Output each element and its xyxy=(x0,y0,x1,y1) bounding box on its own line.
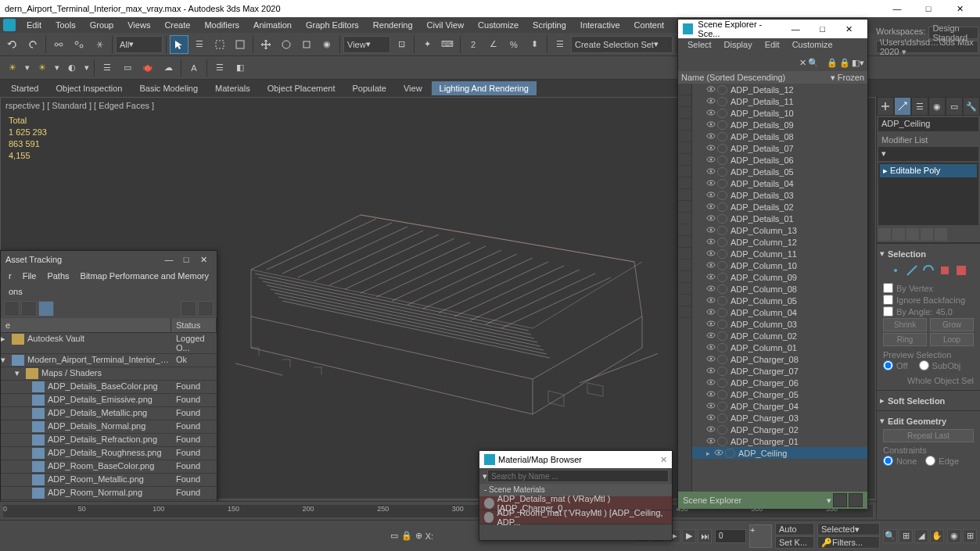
visibility-icon[interactable] xyxy=(706,320,716,329)
unlink-button[interactable] xyxy=(70,35,88,54)
scene-item[interactable]: ADP_Details_06 xyxy=(692,154,867,166)
scene-item[interactable]: ADP_Charger_04 xyxy=(692,400,867,412)
element-subobj-icon[interactable] xyxy=(954,263,968,277)
close-button[interactable]: ✕ xyxy=(836,24,863,34)
stack-item[interactable]: ▸ Editable Poly xyxy=(880,164,977,177)
table-row[interactable]: ▸ Autodesk Vault Logged O... xyxy=(1,333,217,354)
scene-item[interactable]: ADP_Details_07 xyxy=(692,142,867,154)
freeze-icon[interactable] xyxy=(717,331,727,341)
layer-mode-icon[interactable] xyxy=(833,493,847,507)
table-row[interactable]: ADP_Details_Emissive.pngFound xyxy=(1,394,217,407)
freeze-icon[interactable] xyxy=(717,367,727,376)
scene-item[interactable]: ADP_Charger_03 xyxy=(692,412,867,424)
render-in-cloud-button[interactable]: ☁ xyxy=(159,59,178,77)
maximize-viewport-button[interactable]: ⊞ xyxy=(963,529,977,543)
scene-item[interactable]: ADP_Details_08 xyxy=(692,131,867,142)
explorer-button[interactable]: ☰ xyxy=(210,59,229,77)
placement-button[interactable]: ◉ xyxy=(318,35,336,54)
time-config-button[interactable]: + xyxy=(749,524,772,548)
move-button[interactable] xyxy=(257,35,275,54)
table-row[interactable]: ADP_Details_BaseColor.pngFound xyxy=(1,381,217,394)
modifier-list-dropdown[interactable]: ▾ xyxy=(878,147,978,161)
selection-lock-icon[interactable]: ▭ xyxy=(390,531,398,541)
asset-titlebar[interactable]: Asset Tracking — □ ✕ xyxy=(1,251,217,268)
close-button[interactable]: ✕ xyxy=(944,0,975,17)
exposure-icon[interactable]: ◐ xyxy=(63,59,81,77)
polygon-subobj-icon[interactable] xyxy=(938,263,952,277)
visibility-icon[interactable] xyxy=(706,202,716,212)
freeze-icon[interactable] xyxy=(717,214,727,224)
minimize-button[interactable]: — xyxy=(782,24,809,34)
sp-sun-icon[interactable]: ☀ xyxy=(33,59,52,77)
menu-group[interactable]: Group xyxy=(84,19,120,31)
menu-item[interactable]: Select xyxy=(683,38,716,54)
visibility-icon[interactable] xyxy=(706,378,716,388)
unique-icon[interactable] xyxy=(906,228,919,241)
name-column[interactable]: e xyxy=(1,318,171,332)
filter-icon[interactable] xyxy=(678,236,691,248)
rotate-button[interactable] xyxy=(277,35,296,54)
scene-item[interactable]: ADP_Column_13 xyxy=(692,224,867,236)
freeze-icon[interactable] xyxy=(717,132,727,141)
orbit-button[interactable]: ◉ xyxy=(947,529,961,543)
visibility-icon[interactable] xyxy=(706,144,716,153)
preview-subobj-radio[interactable] xyxy=(919,360,929,370)
visibility-icon[interactable] xyxy=(706,296,716,306)
hierarchy-tab[interactable]: ☰ xyxy=(911,97,928,116)
render-arnold-button[interactable]: A xyxy=(185,59,203,77)
zoom-extents-button[interactable]: 🔍 xyxy=(883,529,897,543)
scene-item[interactable]: ADP_Column_12 xyxy=(692,236,867,248)
filter-icon[interactable] xyxy=(678,142,691,154)
settings-icon[interactable] xyxy=(198,301,214,317)
by-angle-checkbox[interactable] xyxy=(883,306,893,317)
maximize-button[interactable]: □ xyxy=(809,24,835,34)
asset-list[interactable]: e Status ▸ Autodesk Vault Logged O... ▾ … xyxy=(1,318,217,521)
scene-item[interactable]: ADP_Column_08 xyxy=(692,283,867,295)
filter-icon[interactable]: ◧▾ xyxy=(852,58,864,68)
hierarchy-mode-icon[interactable] xyxy=(849,493,863,507)
menu-item[interactable]: r xyxy=(4,270,16,282)
configure-icon[interactable] xyxy=(935,228,947,241)
scene-item[interactable]: ADP_Charger_08 xyxy=(692,353,867,365)
scene-item[interactable]: ADP_Details_05 xyxy=(692,166,867,177)
status-column[interactable]: Status xyxy=(171,318,217,332)
visibility-icon[interactable] xyxy=(706,425,716,435)
scene-item[interactable]: ADP_Column_01 xyxy=(692,342,867,353)
scene-item[interactable]: ADP_Column_03 xyxy=(692,318,867,330)
visibility-icon[interactable] xyxy=(706,238,716,247)
auto-key-button[interactable]: Auto xyxy=(775,523,814,535)
lock-icon[interactable]: 🔒 xyxy=(827,58,838,68)
filter-icon[interactable] xyxy=(678,224,691,236)
path-dropdown[interactable]: \Users\dshsd…\3ds Max 2020 ▾ xyxy=(876,41,978,53)
scene-item[interactable]: ADP_Details_09 xyxy=(692,119,867,131)
scene-explorer-window[interactable]: Scene Explorer - Sce... — □ ✕ SelectDisp… xyxy=(677,19,868,508)
menu-graph-editors[interactable]: Graph Editors xyxy=(300,19,365,31)
freeze-icon[interactable] xyxy=(717,425,727,435)
repeat-last-button[interactable]: Repeat Last xyxy=(883,429,974,442)
freeze-icon[interactable] xyxy=(717,296,727,306)
maximize-button[interactable]: □ xyxy=(178,255,195,264)
window-crossing-button[interactable] xyxy=(231,35,249,54)
vertex-subobj-icon[interactable] xyxy=(888,263,903,277)
frozen-column[interactable]: ▾ Frozen xyxy=(831,73,864,83)
ignore-backfacing-checkbox[interactable] xyxy=(883,295,893,305)
frame-input[interactable] xyxy=(715,529,746,543)
scene-item[interactable]: ADP_Column_02 xyxy=(692,330,867,342)
snap-percent-button[interactable]: % xyxy=(504,35,523,54)
material-browser-window[interactable]: Material/Map Browser ✕ ▾ - Scene Materia… xyxy=(479,450,673,541)
freeze-icon[interactable] xyxy=(717,437,727,446)
freeze-icon[interactable] xyxy=(717,402,727,411)
adaptive-icon[interactable]: ⊕ xyxy=(415,531,422,541)
freeze-icon[interactable] xyxy=(717,97,727,106)
menu-content[interactable]: Content xyxy=(628,19,671,31)
close-button[interactable]: ✕ xyxy=(660,455,667,465)
visibility-icon[interactable] xyxy=(706,97,716,106)
modify-tab[interactable] xyxy=(894,97,911,116)
scene-item[interactable]: ADP_Details_04 xyxy=(692,177,867,189)
loop-button[interactable]: Loop xyxy=(930,333,974,346)
scene-item[interactable]: ADP_Details_11 xyxy=(692,95,867,107)
preview-off-radio[interactable] xyxy=(883,360,893,370)
tab-materials[interactable]: Materials xyxy=(207,81,258,95)
visibility-icon[interactable] xyxy=(706,343,716,352)
scene-item[interactable]: ADP_Details_01 xyxy=(692,213,867,224)
